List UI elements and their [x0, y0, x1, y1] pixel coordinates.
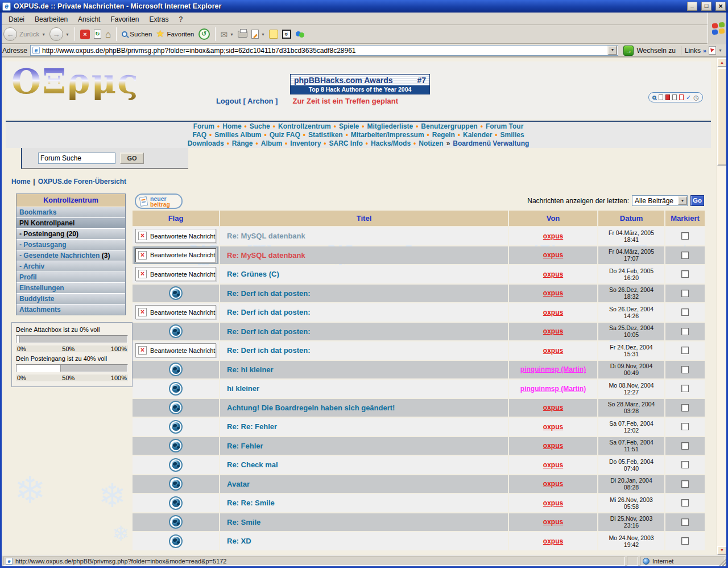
address-url[interactable]: http://www.oxpus.de/phpBB/privmsg.php?fo… [42, 47, 605, 55]
sender-link[interactable]: oxpus [543, 270, 563, 278]
menu-item-2[interactable]: Ansicht [73, 14, 105, 24]
nav-link[interactable]: Statistiken [308, 131, 343, 139]
nav-link[interactable]: Smilies [500, 131, 524, 139]
sender-link[interactable]: oxpus [543, 347, 563, 355]
sender-link[interactable]: oxpus [543, 423, 563, 431]
sidebar-item[interactable]: - Archiv [16, 261, 125, 271]
awards-banner[interactable]: phpBBHacks.com Awards #7 Top 8 Hack Auth… [290, 74, 430, 94]
search-icon[interactable] [652, 96, 656, 100]
message-title-link[interactable]: Re: Derf ich dat posten: [227, 308, 311, 316]
sender-link[interactable]: oxpus [543, 442, 563, 450]
menu-item-0[interactable]: Datei [3, 14, 30, 24]
mark-checkbox[interactable] [681, 404, 689, 411]
sidebar-item[interactable]: Bookmarks [16, 207, 125, 217]
mark-checkbox[interactable] [681, 270, 689, 278]
message-title-link[interactable]: Re: MySQL datenbank [227, 251, 305, 260]
nav-link[interactable]: Ränge [232, 139, 253, 147]
nav-link[interactable]: Hacks/Mods [371, 139, 411, 147]
nav-link[interactable]: Suche [250, 122, 270, 130]
sender-link[interactable]: oxpus [543, 480, 563, 488]
sidebar-item[interactable]: PN Kontrollpanel [16, 218, 125, 228]
nav-link[interactable]: SARC Info [329, 139, 363, 147]
edit-dropdown-icon[interactable]: ▼ [261, 32, 265, 36]
page-red-icon[interactable] [665, 94, 670, 100]
mark-checkbox[interactable] [681, 328, 689, 335]
filter-go-button[interactable]: Go [690, 195, 704, 206]
stop-button[interactable] [80, 30, 90, 39]
nav-link[interactable]: Kalender [463, 131, 492, 139]
sender-link[interactable]: oxpus [543, 537, 563, 545]
mail-dropdown-icon[interactable]: ▼ [230, 32, 234, 36]
sender-link[interactable]: pinguinmsp (Martin) [520, 385, 586, 393]
menu-item-5[interactable]: ? [173, 14, 188, 24]
sender-link[interactable]: oxpus [543, 404, 563, 411]
nav-link[interactable]: Kontrollzentrum [278, 122, 331, 130]
nav-link[interactable]: Album [261, 139, 282, 147]
message-title-link[interactable]: Re: Re: Smile [227, 499, 275, 507]
links-dropdown-icon[interactable]: ▼ [718, 48, 722, 52]
scroll-down-button[interactable] [717, 546, 726, 555]
mark-checkbox[interactable] [681, 461, 689, 468]
mark-checkbox[interactable] [681, 366, 689, 373]
sender-link[interactable]: oxpus [543, 327, 563, 335]
message-title-link[interactable]: Re: Derf ich dat posten: [227, 346, 311, 355]
message-title-link[interactable]: Re: Derf ich dat posten: [227, 289, 311, 298]
download-manager-button[interactable] [282, 30, 291, 39]
pdf-toolbar-icon[interactable] [709, 46, 716, 55]
message-title-link[interactable]: Re: XD [227, 537, 251, 545]
forum-search-input[interactable] [38, 153, 115, 164]
nav-link[interactable]: Spiele [339, 122, 359, 130]
nav-link[interactable]: Forum Tour [486, 122, 523, 130]
mark-checkbox[interactable] [681, 347, 689, 354]
nav-link[interactable]: Benutzergruppen [421, 122, 477, 130]
forum-search-go-button[interactable]: GO [120, 153, 144, 164]
favorites-button[interactable]: Favoriten [156, 30, 194, 39]
filter-select[interactable]: Alle Beiträge [632, 195, 688, 206]
history-button[interactable] [198, 28, 210, 40]
sender-link[interactable]: oxpus [543, 461, 563, 469]
sender-link[interactable]: oxpus [543, 518, 563, 526]
mark-checkbox[interactable] [681, 537, 689, 545]
mark-checkbox[interactable] [681, 480, 689, 488]
sidebar-item[interactable]: - Gesendete Nachrichten (3) [16, 250, 125, 261]
page-white-2-icon[interactable] [672, 94, 677, 100]
sidebar-item[interactable]: Attachments [16, 304, 125, 315]
print-button[interactable] [238, 31, 247, 38]
mail-button[interactable]: ▼ [221, 30, 234, 39]
address-input[interactable]: http://www.oxpus.de/phpBB/privmsg.php?fo… [30, 45, 618, 56]
sidebar-item[interactable]: - Postausgang [16, 240, 125, 250]
sender-link[interactable]: oxpus [543, 499, 563, 507]
message-title-link[interactable]: Avatar [227, 480, 250, 488]
minimize-button[interactable] [687, 2, 697, 11]
sidebar-item[interactable]: Profil [16, 272, 125, 282]
sender-link[interactable]: oxpus [543, 251, 563, 259]
nav-link[interactable]: Downloads [188, 139, 224, 147]
close-button[interactable] [715, 2, 726, 11]
site-logo[interactable]: ΟΞρμς [11, 61, 139, 101]
forward-dropdown-icon[interactable]: ▼ [65, 32, 69, 36]
message-title-link[interactable]: Re: Derf ich dat posten: [227, 327, 311, 336]
menu-item-4[interactable]: Extras [144, 14, 173, 24]
sidebar-item[interactable]: Einstellungen [16, 283, 125, 293]
nav-link[interactable]: Inventory [290, 139, 321, 147]
scroll-up-button[interactable] [717, 58, 726, 67]
sender-link[interactable]: pinguinmsp (Martin) [520, 365, 586, 373]
page-red-outline-icon[interactable] [679, 94, 684, 100]
nav-link[interactable]: FAQ [192, 131, 206, 139]
message-title-link[interactable]: Re: Fehler [227, 442, 263, 450]
links-toolbar[interactable]: Links ▼ [681, 46, 726, 55]
mark-checkbox[interactable] [681, 385, 689, 392]
nav-link[interactable]: Quiz FAQ [270, 131, 300, 139]
nav-link[interactable]: Mitarbeiter/Impressum [351, 131, 424, 139]
edit-button[interactable]: ▼ [251, 30, 265, 39]
back-button[interactable]: ← Zurück ▼ [3, 27, 46, 41]
mark-checkbox[interactable] [681, 442, 689, 450]
message-title-link[interactable]: Re: Grünes (C) [227, 270, 279, 278]
mark-checkbox[interactable] [681, 518, 689, 526]
home-button[interactable] [105, 30, 111, 39]
message-title-link[interactable]: hi kleiner [227, 384, 259, 393]
mark-checkbox[interactable] [681, 423, 689, 430]
nav-link[interactable]: Smilies Album [214, 131, 261, 139]
page-white-icon[interactable] [659, 94, 663, 100]
search-button[interactable]: Suchen [122, 31, 152, 38]
